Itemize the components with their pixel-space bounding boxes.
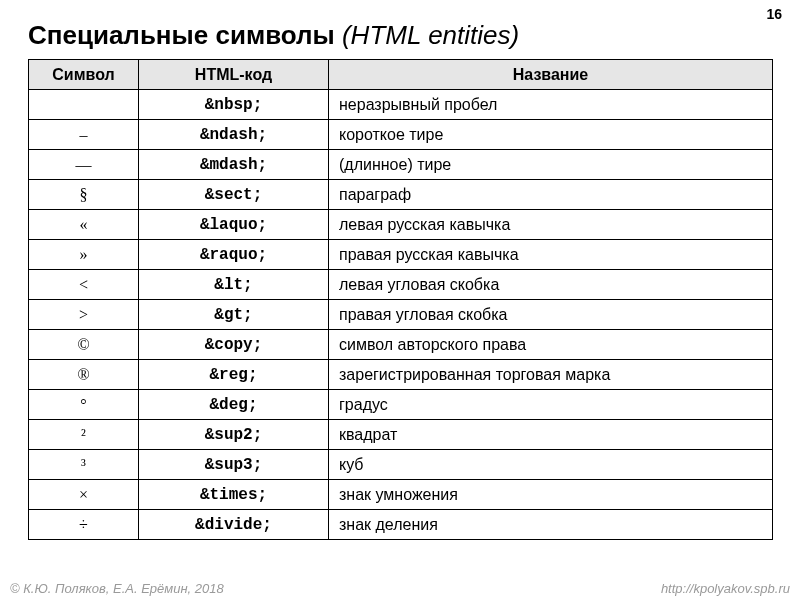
table-row: ²&sup2;квадрат (29, 420, 773, 450)
cell-code: &sect; (139, 180, 329, 210)
cell-code: &ndash; (139, 120, 329, 150)
cell-code: &lt; (139, 270, 329, 300)
footer: © К.Ю. Поляков, Е.А. Ерёмин, 2018 http:/… (0, 581, 800, 596)
cell-symbol: « (29, 210, 139, 240)
cell-code: &laquo; (139, 210, 329, 240)
cell-code: &sup3; (139, 450, 329, 480)
cell-name: (длинное) тире (329, 150, 773, 180)
entities-table: Символ HTML-код Название &nbsp;неразрывн… (28, 59, 773, 540)
table-row: ®&reg;зарегистрированная торговая марка (29, 360, 773, 390)
cell-symbol: » (29, 240, 139, 270)
cell-symbol: ® (29, 360, 139, 390)
table-row: §&sect;параграф (29, 180, 773, 210)
cell-code: &divide; (139, 510, 329, 540)
cell-symbol: § (29, 180, 139, 210)
cell-symbol: — (29, 150, 139, 180)
cell-name: левая русская кавычка (329, 210, 773, 240)
cell-name: куб (329, 450, 773, 480)
table-header-row: Символ HTML-код Название (29, 60, 773, 90)
cell-code: &nbsp; (139, 90, 329, 120)
cell-symbol: < (29, 270, 139, 300)
cell-symbol: > (29, 300, 139, 330)
cell-name: короткое тире (329, 120, 773, 150)
cell-code: &reg; (139, 360, 329, 390)
cell-symbol: ÷ (29, 510, 139, 540)
footer-copyright: © К.Ю. Поляков, Е.А. Ерёмин, 2018 (10, 581, 224, 596)
cell-code: &deg; (139, 390, 329, 420)
cell-symbol: × (29, 480, 139, 510)
cell-symbol: ³ (29, 450, 139, 480)
cell-name: зарегистрированная торговая марка (329, 360, 773, 390)
cell-code: &gt; (139, 300, 329, 330)
table-row: >&gt;правая угловая скобка (29, 300, 773, 330)
cell-code: &mdash; (139, 150, 329, 180)
cell-code: &times; (139, 480, 329, 510)
col-header-symbol: Символ (29, 60, 139, 90)
col-header-name: Название (329, 60, 773, 90)
table-row: ³&sup3;куб (29, 450, 773, 480)
cell-name: символ авторского права (329, 330, 773, 360)
title-italic: (HTML entities) (335, 20, 519, 50)
table-row: «&laquo;левая русская кавычка (29, 210, 773, 240)
table-row: °&deg;градус (29, 390, 773, 420)
title-bold: Специальные символы (28, 20, 335, 50)
cell-symbol (29, 90, 139, 120)
page-number: 16 (766, 6, 782, 22)
footer-url: http://kpolyakov.spb.ru (661, 581, 790, 596)
cell-name: правая угловая скобка (329, 300, 773, 330)
cell-symbol: – (29, 120, 139, 150)
table-row: ÷&divide;знак деления (29, 510, 773, 540)
table-row: –&ndash;короткое тире (29, 120, 773, 150)
cell-name: левая угловая скобка (329, 270, 773, 300)
cell-code: &copy; (139, 330, 329, 360)
cell-name: параграф (329, 180, 773, 210)
cell-name: квадрат (329, 420, 773, 450)
table-row: &nbsp;неразрывный пробел (29, 90, 773, 120)
cell-symbol: ° (29, 390, 139, 420)
page-title: Специальные символы (HTML entities) (28, 20, 800, 51)
cell-name: градус (329, 390, 773, 420)
cell-symbol: © (29, 330, 139, 360)
col-header-code: HTML-код (139, 60, 329, 90)
cell-code: &raquo; (139, 240, 329, 270)
table-row: —&mdash;(длинное) тире (29, 150, 773, 180)
table-row: »&raquo;правая русская кавычка (29, 240, 773, 270)
cell-name: правая русская кавычка (329, 240, 773, 270)
table-row: ×&times;знак умножения (29, 480, 773, 510)
cell-name: знак умножения (329, 480, 773, 510)
table-row: <&lt;левая угловая скобка (29, 270, 773, 300)
cell-name: знак деления (329, 510, 773, 540)
cell-name: неразрывный пробел (329, 90, 773, 120)
table-row: ©&copy;символ авторского права (29, 330, 773, 360)
cell-symbol: ² (29, 420, 139, 450)
cell-code: &sup2; (139, 420, 329, 450)
